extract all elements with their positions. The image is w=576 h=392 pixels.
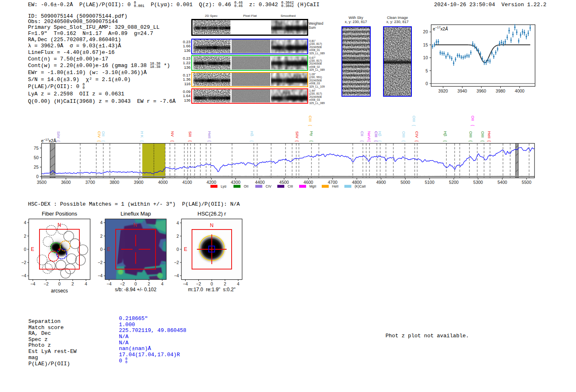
svg-text:Hδ: Hδ: [250, 131, 254, 136]
svg-text:(K)CaII: (K)CaII: [355, 184, 366, 188]
svg-text:20: 20: [423, 29, 428, 34]
svg-text:{: {: [101, 141, 105, 142]
svg-text:{: {: [481, 141, 485, 142]
svg-text:4300: 4300: [231, 180, 241, 185]
svg-text:{: {: [415, 141, 419, 142]
svg-text:50: 50: [34, 155, 39, 160]
svg-text:{: {: [471, 125, 475, 126]
svg-text:NeVI: NeVI: [367, 131, 372, 140]
svg-text:3920: 3920: [438, 88, 448, 93]
svg-text:Hβ: Hβ: [378, 131, 382, 137]
svg-text:4: 4: [177, 220, 179, 225]
svg-text:Hβ: Hβ: [443, 131, 448, 137]
svg-text:arcsecs: arcsecs: [51, 288, 68, 294]
svg-text:3940: 3940: [458, 88, 467, 93]
svg-text:2: 2: [224, 281, 226, 286]
svg-text:2: 2: [24, 234, 26, 239]
svg-text:−4: −4: [30, 281, 35, 286]
svg-text:4: 4: [85, 281, 87, 286]
svg-text:HeII: HeII: [487, 131, 492, 138]
svg-text:4000: 4000: [515, 88, 525, 93]
svg-text:4100: 4100: [182, 180, 192, 185]
svg-text:CIII: CIII: [308, 116, 313, 122]
svg-text:−2: −2: [196, 281, 201, 286]
svg-text:4200: 4200: [207, 180, 216, 185]
svg-text:Lyα: Lyα: [221, 184, 227, 188]
svg-text:2: 2: [148, 281, 150, 286]
svg-text:N: N: [58, 222, 61, 228]
svg-text:0: 0: [24, 247, 26, 252]
svg-text:{: {: [308, 125, 312, 126]
svg-text:{: {: [97, 141, 101, 142]
svg-text:{: {: [378, 141, 382, 142]
svg-text:10: 10: [423, 55, 428, 60]
svg-text:3980: 3980: [496, 88, 506, 93]
svg-text:N: N: [133, 222, 137, 228]
svg-text:OIII: OIII: [412, 116, 416, 122]
svg-text:HeII: HeII: [207, 131, 212, 138]
svg-text:SiII: SiII: [188, 131, 193, 137]
svg-text:0: 0: [177, 247, 179, 252]
svg-text:CIII: CIII: [288, 184, 293, 188]
svg-text:Lineflux Map: Lineflux Map: [121, 211, 151, 217]
svg-text:HSC(26.2) r: HSC(26.2) r: [197, 211, 226, 217]
svg-text:4: 4: [100, 220, 103, 225]
svg-text:5: 5: [425, 68, 428, 73]
svg-text:{: {: [188, 141, 192, 142]
svg-text:2: 2: [72, 281, 74, 286]
svg-text:CIV: CIV: [266, 184, 272, 188]
svg-text:−4: −4: [21, 273, 26, 278]
svg-text:4: 4: [24, 220, 26, 225]
svg-text:0: 0: [211, 281, 213, 286]
svg-text:{: {: [469, 141, 473, 142]
svg-text:SiIV: SiIV: [295, 131, 300, 139]
svg-text:0: 0: [100, 247, 103, 252]
svg-text:OII: OII: [471, 116, 475, 121]
svg-text:4000: 4000: [158, 180, 168, 185]
svg-text:25: 25: [34, 165, 39, 169]
svg-text:{: {: [295, 141, 299, 142]
svg-text:−2: −2: [174, 260, 179, 265]
svg-text:5100: 5100: [425, 180, 434, 185]
svg-text:{: {: [487, 141, 491, 142]
svg-text:5200: 5200: [449, 180, 459, 185]
svg-text:{: {: [56, 141, 60, 142]
svg-text:−2: −2: [21, 260, 26, 265]
svg-text:4: 4: [161, 281, 163, 286]
svg-text:OIII: OIII: [402, 131, 406, 137]
svg-text:−4: −4: [183, 281, 188, 286]
svg-text:{: {: [170, 141, 174, 142]
svg-text:0: 0: [58, 281, 60, 286]
svg-text:−4: −4: [107, 281, 111, 286]
svg-text:Hγ: Hγ: [309, 131, 314, 136]
svg-text:3600: 3600: [61, 180, 71, 185]
svg-text:4400: 4400: [255, 180, 265, 185]
svg-text:E: E: [107, 246, 110, 252]
svg-text:E: E: [184, 246, 187, 252]
svg-text:−4: −4: [98, 273, 102, 278]
svg-text:CII: CII: [360, 131, 365, 136]
svg-text:OII: OII: [244, 184, 249, 188]
svg-text:{: {: [207, 141, 211, 142]
svg-text:Fiber Positions: Fiber Positions: [42, 211, 77, 217]
svg-text:−2: −2: [44, 281, 49, 286]
svg-text:0: 0: [425, 81, 428, 86]
svg-text:s/b: -8.94 +/- 0.102: s/b: -8.94 +/- 0.102: [115, 287, 156, 292]
svg-text:{: {: [309, 141, 314, 142]
svg-text:−2: −2: [120, 281, 125, 286]
svg-text:3700: 3700: [86, 180, 95, 185]
svg-text:5300: 5300: [473, 180, 483, 185]
svg-text:CIV: CIV: [415, 131, 419, 138]
svg-text:3500: 3500: [37, 180, 47, 185]
svg-text:2: 2: [100, 234, 103, 239]
svg-text:2: 2: [177, 234, 179, 239]
svg-text:N: N: [210, 223, 214, 228]
svg-text:5500: 5500: [522, 180, 532, 185]
svg-text:OIII: OIII: [481, 131, 485, 137]
svg-text:5400: 5400: [497, 180, 507, 185]
svg-text:−2: −2: [98, 260, 102, 265]
svg-text:H K: H K: [140, 131, 144, 138]
svg-text:SiIV: SiIV: [56, 131, 61, 139]
svg-text:E: E: [31, 246, 34, 252]
svg-text:e−17x2Å: e−17x2Å: [41, 138, 56, 143]
